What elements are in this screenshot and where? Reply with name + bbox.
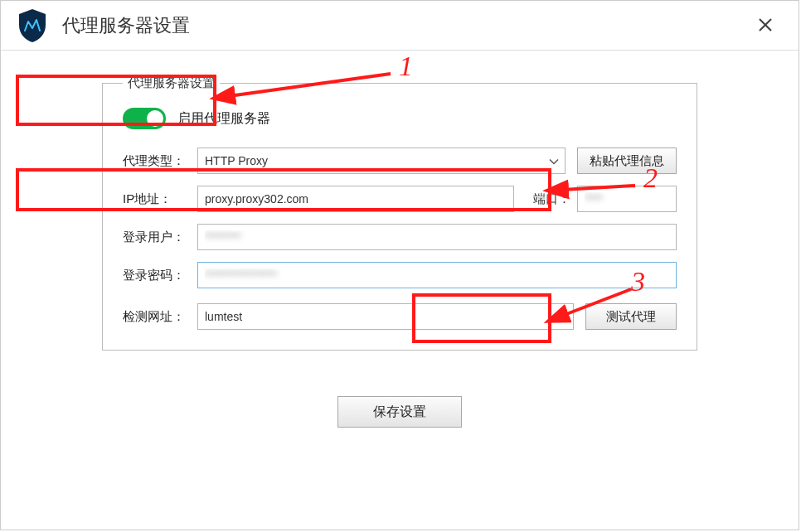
enable-proxy-row: 启用代理服务器 — [123, 108, 677, 129]
proxy-type-label: 代理类型： — [123, 153, 197, 169]
password-input[interactable] — [197, 262, 677, 288]
save-settings-button[interactable]: 保存设置 — [337, 396, 462, 428]
username-label: 登录用户： — [123, 230, 197, 245]
password-label: 登录密码： — [123, 268, 197, 283]
save-row: 保存设置 — [100, 396, 699, 428]
ip-address-label: IP地址： — [123, 191, 197, 207]
test-url-select-wrap — [197, 303, 574, 330]
enable-proxy-toggle[interactable] — [123, 108, 166, 129]
paste-proxy-info-button[interactable]: 粘贴代理信息 — [577, 148, 677, 174]
test-url-row: 检测网址： 测试代理 — [123, 303, 677, 330]
close-icon — [757, 17, 774, 33]
proxy-type-select-wrap — [197, 148, 566, 174]
enable-proxy-label: 启用代理服务器 — [177, 110, 270, 128]
test-url-label: 检测网址： — [123, 309, 197, 325]
app-shield-icon — [17, 8, 47, 43]
test-proxy-button[interactable]: 测试代理 — [585, 303, 677, 330]
toggle-knob-icon — [147, 110, 163, 127]
fieldset-legend: 代理服务器设置 — [123, 75, 220, 91]
password-row: 登录密码： — [123, 262, 677, 288]
proxy-type-select[interactable] — [197, 148, 566, 174]
port-label: 端口： — [522, 191, 570, 207]
username-row: 登录用户： — [123, 224, 677, 250]
proxy-type-row: 代理类型： 粘贴代理信息 — [123, 148, 677, 174]
ip-address-input[interactable] — [197, 186, 514, 212]
port-input[interactable] — [577, 186, 677, 212]
dialog-title: 代理服务器设置 — [62, 13, 190, 38]
close-button[interactable] — [749, 12, 782, 40]
dialog-content: 代理服务器设置 启用代理服务器 代理类型： 粘贴代理信息 — [1, 51, 799, 428]
ip-port-row: IP地址： 端口： — [123, 186, 677, 212]
proxy-settings-group: 代理服务器设置 启用代理服务器 代理类型： 粘贴代理信息 — [102, 75, 697, 351]
titlebar: 代理服务器设置 — [1, 1, 799, 51]
test-url-select[interactable] — [197, 303, 574, 330]
username-input[interactable] — [197, 224, 677, 250]
dialog-window: 代理服务器设置 代理服务器设置 启用代理服务器 代理类型： — [0, 0, 799, 530]
